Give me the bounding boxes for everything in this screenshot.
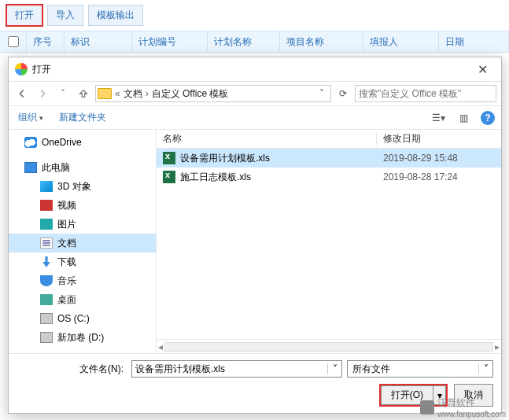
import-button[interactable]: 导入 xyxy=(47,5,83,26)
cube-icon xyxy=(40,181,53,192)
col-label[interactable]: 标识 xyxy=(65,31,132,52)
search-box[interactable] xyxy=(355,85,496,102)
col-reporter[interactable]: 填报人 xyxy=(363,31,439,52)
file-name: 设备需用计划模板.xls xyxy=(180,152,270,165)
filename-dropdown-icon[interactable]: ˅ xyxy=(327,363,341,374)
col-project-name[interactable]: 项目名称 xyxy=(280,31,363,52)
filter-label: 所有文件 xyxy=(348,363,478,376)
drive-icon xyxy=(40,313,53,324)
xls-icon xyxy=(163,152,175,164)
file-list: 设备需用计划模板.xls 2019-08-29 15:48 施工日志模板.xls… xyxy=(157,149,501,339)
col-plan-name[interactable]: 计划名称 xyxy=(208,31,280,52)
col-date[interactable]: 日期 xyxy=(439,31,509,52)
breadcrumb-folder[interactable]: 自定义 Office 模板 xyxy=(149,87,232,101)
pc-icon xyxy=(24,162,37,173)
xls-icon xyxy=(163,171,175,183)
file-date: 2019-08-29 15:48 xyxy=(377,153,458,164)
recent-icon[interactable]: ˅ xyxy=(54,85,72,102)
app-toolbar: 打开 导入 模板输出 xyxy=(0,0,509,31)
close-icon[interactable]: ✕ xyxy=(470,62,495,77)
organize-menu[interactable]: 组织 xyxy=(15,109,46,126)
col-seq[interactable]: 序号 xyxy=(27,31,65,52)
back-icon[interactable] xyxy=(13,85,31,102)
h-scrollbar[interactable]: ◂ ▸ xyxy=(157,339,501,353)
button-row: 打开(O) ▾ 取消 xyxy=(17,384,493,407)
tree-downloads[interactable]: 下载 xyxy=(9,252,156,271)
table-header: 序号 标识 计划编号 计划名称 项目名称 填报人 日期 xyxy=(0,31,509,53)
file-columns: 名称 修改日期 xyxy=(157,130,501,149)
cloud-icon xyxy=(24,137,37,148)
dialog-titlebar: 打开 ✕ xyxy=(9,57,501,81)
help-icon[interactable]: ? xyxy=(481,111,495,125)
tree-newvol-d[interactable]: 新加卷 (D:) xyxy=(9,328,156,347)
dialog-body: OneDrive 此电脑 3D 对象 视频 图片 文档 下载 音乐 桌面 OS … xyxy=(9,130,501,353)
tree-video[interactable]: 视频 xyxy=(9,196,156,215)
filename-input[interactable] xyxy=(132,363,327,374)
tree-pictures[interactable]: 图片 xyxy=(9,215,156,234)
music-icon xyxy=(40,275,53,286)
drive-icon xyxy=(40,332,53,343)
tree-label: 下载 xyxy=(57,256,76,269)
filename-row: 文件名(N): ˅ 所有文件 ˅ xyxy=(17,360,493,378)
cancel-button[interactable]: 取消 xyxy=(454,384,493,407)
filename-combo[interactable]: ˅ xyxy=(131,360,342,378)
dialog-nav: ˅ « 文档 › 自定义 Office 模板 ˅ ⟳ xyxy=(9,81,501,106)
search-input[interactable] xyxy=(356,88,496,99)
dialog-title: 打开 xyxy=(32,63,470,76)
new-folder-button[interactable]: 新建文件夹 xyxy=(56,109,109,126)
tree-os-c[interactable]: OS (C:) xyxy=(9,309,156,328)
col-modified[interactable]: 修改日期 xyxy=(377,132,427,146)
tree-label: 音乐 xyxy=(57,274,76,288)
tree-label: OS (C:) xyxy=(57,313,90,324)
tree-onedrive[interactable]: OneDrive xyxy=(9,133,156,152)
file-area: 名称 修改日期 设备需用计划模板.xls 2019-08-29 15:48 施工… xyxy=(157,130,501,353)
scroll-track[interactable] xyxy=(164,342,493,352)
tree-documents[interactable]: 文档 xyxy=(9,234,156,252)
document-icon xyxy=(40,238,53,249)
tree-3d[interactable]: 3D 对象 xyxy=(9,177,156,196)
filter-dropdown-icon[interactable]: ˅ xyxy=(478,363,492,374)
col-plan-no[interactable]: 计划编号 xyxy=(132,31,208,52)
scroll-right-icon[interactable]: ▸ xyxy=(495,341,500,352)
tree-desktop[interactable]: 桌面 xyxy=(9,290,156,309)
tree-label: 新加卷 (D:) xyxy=(57,331,104,344)
open-button-highlight: 打开(O) ▾ xyxy=(379,384,448,407)
video-icon xyxy=(40,200,53,211)
tree-label: 视频 xyxy=(57,199,76,212)
file-row[interactable]: 施工日志模板.xls 2019-08-28 17:24 xyxy=(157,168,501,186)
breadcrumb-docs[interactable]: 文档 xyxy=(120,87,146,101)
address-dropdown-icon[interactable]: ˅ xyxy=(315,88,329,99)
folder-icon xyxy=(98,88,112,99)
scroll-left-icon[interactable]: ◂ xyxy=(158,341,163,352)
download-icon xyxy=(40,256,53,267)
filter-combo[interactable]: 所有文件 ˅ xyxy=(347,360,493,378)
tree-label: OneDrive xyxy=(42,137,82,148)
tree-label: 此电脑 xyxy=(42,161,70,175)
view-mode-icon[interactable]: ☰▾ xyxy=(430,111,446,125)
tree-music[interactable]: 音乐 xyxy=(9,271,156,290)
preview-pane-icon[interactable]: ▥ xyxy=(456,111,471,125)
forward-icon[interactable] xyxy=(34,85,51,102)
chevron-icon[interactable]: « xyxy=(115,88,120,99)
col-name[interactable]: 名称 xyxy=(157,132,377,146)
tree-label: 桌面 xyxy=(57,293,76,307)
template-output-button[interactable]: 模板输出 xyxy=(88,5,143,26)
refresh-icon[interactable]: ⟳ xyxy=(334,88,352,99)
file-row[interactable]: 设备需用计划模板.xls 2019-08-29 15:48 xyxy=(157,149,501,168)
select-all-checkbox[interactable] xyxy=(8,36,19,47)
filename-label: 文件名(N): xyxy=(17,363,127,376)
tree-label: 图片 xyxy=(57,218,76,231)
app-icon xyxy=(15,63,28,76)
open-button[interactable]: 打开 xyxy=(6,5,42,26)
nav-tree: OneDrive 此电脑 3D 对象 视频 图片 文档 下载 音乐 桌面 OS … xyxy=(9,130,157,353)
open-split-icon[interactable]: ▾ xyxy=(433,385,446,405)
file-date: 2019-08-28 17:24 xyxy=(377,171,458,182)
address-bar[interactable]: « 文档 › 自定义 Office 模板 ˅ xyxy=(95,85,331,102)
open-file-button[interactable]: 打开(O) xyxy=(381,385,433,405)
tree-thispc[interactable]: 此电脑 xyxy=(9,158,156,177)
desktop-icon xyxy=(40,294,53,305)
dialog-footer: 文件名(N): ˅ 所有文件 ˅ 打开(O) ▾ 取消 xyxy=(9,353,501,413)
tree-label: 3D 对象 xyxy=(57,180,91,193)
up-icon[interactable] xyxy=(75,85,92,102)
file-name: 施工日志模板.xls xyxy=(180,171,251,184)
